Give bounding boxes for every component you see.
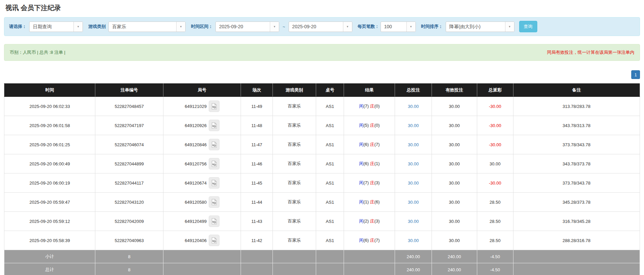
cell-valid-bet: 30.00 — [432, 231, 477, 250]
view-video-button[interactable] — [209, 235, 219, 246]
page-title: 视讯 会员下注纪录 — [4, 0, 640, 17]
date-from-select[interactable]: 2025-09-20 ▾ — [215, 22, 279, 32]
date-to-select[interactable]: 2025-09-20 ▾ — [289, 22, 352, 32]
table-row: 2025-09-20 06:01:25522827046074649120846… — [4, 135, 640, 154]
cell-result: 闲(5) 庄(0) — [344, 116, 395, 135]
cell-bet-id: 522827046074 — [95, 135, 163, 154]
total-count: 8 — [95, 263, 163, 275]
search-button[interactable]: 查询 — [519, 21, 537, 32]
filter-bar: 请选择： 日期查询 ▾ 游戏类别 百家乐 ▾ 时间区间： 2025-09-20 … — [4, 17, 640, 36]
result-banker-label: 庄 — [370, 104, 375, 109]
result-banker-points: (3) — [375, 180, 380, 185]
cell-payout: 28.50 — [477, 212, 513, 231]
total-empty — [163, 250, 241, 263]
total-bet-sum: 240.00 — [395, 263, 432, 275]
round-id-wrap: 649120926 — [185, 120, 219, 131]
cell-bet-id: 522827044117 — [95, 173, 163, 193]
total-row: 总计8240.00240.00-4.50 — [4, 263, 640, 275]
view-video-button[interactable] — [209, 158, 219, 169]
round-id-wrap: 649121029 — [185, 101, 219, 112]
cell-payout: 30.00 — [477, 154, 513, 173]
round-id-wrap: 649120756 — [185, 158, 219, 169]
cell-remark: 316.78/345.28 — [513, 212, 640, 231]
view-video-button[interactable] — [209, 196, 219, 208]
table-row: 2025-09-20 06:00:49522827044899649120756… — [4, 154, 640, 173]
cell-session: 11-46 — [241, 154, 273, 173]
cell-result: 闲(6) 庄(7) — [344, 231, 395, 250]
date-from-value: 2025-09-20 — [216, 22, 270, 32]
page-size-select[interactable]: 100 ▾ — [381, 22, 416, 32]
round-id-wrap: 649120674 — [185, 177, 219, 189]
cell-valid-bet: 30.00 — [432, 116, 477, 135]
total-empty — [344, 250, 395, 263]
cell-bet-id: 522827043120 — [95, 193, 163, 212]
col-header: 有效投注 — [432, 84, 477, 97]
cell-total-bet: 30.00 — [395, 154, 432, 173]
cell-remark: 343.78/373.78 — [513, 154, 640, 173]
cell-time: 2025-09-20 05:59:12 — [4, 212, 95, 231]
result-player-label: 闲 — [359, 180, 363, 185]
result-player-label: 闲 — [359, 219, 363, 224]
query-type-select[interactable]: 日期查询 ▾ — [29, 22, 83, 32]
page-1-button[interactable]: 1 — [631, 70, 640, 79]
table-row: 2025-09-20 05:58:39522827040963649120406… — [4, 231, 640, 250]
page-size-label: 每页笔数 : — [358, 24, 378, 30]
total-empty — [316, 263, 344, 275]
total-bet-link[interactable]: 30.00 — [408, 181, 419, 186]
cell-result: 闲(7) 庄(0) — [344, 97, 395, 116]
result-player-points: (7) — [363, 104, 370, 109]
query-type-label: 请选择： — [9, 24, 27, 30]
cell-payout: -30.00 — [477, 116, 513, 135]
cell-table-no: AS1 — [316, 154, 344, 173]
table-row: 2025-09-20 06:00:19522827044117649120674… — [4, 173, 640, 193]
video-file-icon — [211, 142, 217, 148]
cell-time: 2025-09-20 06:02:33 — [4, 97, 95, 116]
game-category-select[interactable]: 百家乐 ▾ — [108, 22, 186, 32]
result-banker-label: 庄 — [370, 142, 375, 147]
round-id-wrap: 649120580 — [185, 196, 219, 208]
view-video-button[interactable] — [209, 177, 219, 189]
view-video-button[interactable] — [209, 139, 219, 150]
time-sort-value: 降幂(由大到小) — [446, 22, 505, 32]
view-video-button[interactable] — [209, 215, 219, 227]
total-bet-link[interactable]: 30.00 — [408, 219, 419, 224]
total-remark-empty — [513, 250, 640, 263]
total-bet-link[interactable]: 30.00 — [408, 104, 419, 109]
total-bet-link[interactable]: 30.00 — [408, 200, 419, 205]
result-banker-label: 庄 — [370, 238, 375, 243]
result-player-points: (6) — [363, 161, 370, 166]
view-video-button[interactable] — [209, 101, 219, 112]
time-sort-label: 时间排序： — [421, 24, 443, 30]
total-bet-link[interactable]: 30.00 — [408, 238, 419, 243]
cell-bet-id: 522827047197 — [95, 116, 163, 135]
cell-total-bet: 30.00 — [395, 231, 432, 250]
video-file-icon — [211, 237, 217, 244]
result-banker-points: (6) — [375, 199, 380, 204]
cell-game-category: 百家乐 — [273, 193, 316, 212]
cell-remark: 373.78/343.78 — [513, 173, 640, 193]
cell-round-id: 649120674 — [163, 173, 241, 193]
table-row: 2025-09-20 06:01:58522827047197649120926… — [4, 116, 640, 135]
cell-table-no: AS1 — [316, 116, 344, 135]
cell-session: 11-47 — [241, 135, 273, 154]
round-id-text: 649120846 — [185, 142, 207, 147]
result-banker-points: (0) — [375, 123, 380, 128]
round-id-text: 649120674 — [185, 181, 207, 186]
result-player-label: 闲 — [359, 104, 363, 109]
chevron-down-icon: ▾ — [343, 22, 352, 32]
total-empty — [241, 250, 273, 263]
view-video-button[interactable] — [209, 120, 219, 131]
total-bet-link[interactable]: 30.00 — [408, 123, 419, 128]
cell-valid-bet: 30.00 — [432, 212, 477, 231]
chevron-down-icon: ▾ — [505, 22, 514, 32]
cell-time: 2025-09-20 05:58:39 — [4, 231, 95, 250]
total-payout-sum: -4.50 — [477, 250, 513, 263]
total-bet-link[interactable]: 30.00 — [408, 161, 419, 166]
col-header: 总派彩 — [477, 84, 513, 97]
total-bet-link[interactable]: 30.00 — [408, 142, 419, 147]
round-id-wrap: 649120846 — [185, 139, 219, 150]
time-sort-select[interactable]: 降幂(由大到小) ▾ — [446, 22, 514, 32]
cell-remark: 373.78/343.78 — [513, 135, 640, 154]
cell-session: 11-42 — [241, 231, 273, 250]
game-category-label: 游戏类别 — [88, 24, 106, 30]
